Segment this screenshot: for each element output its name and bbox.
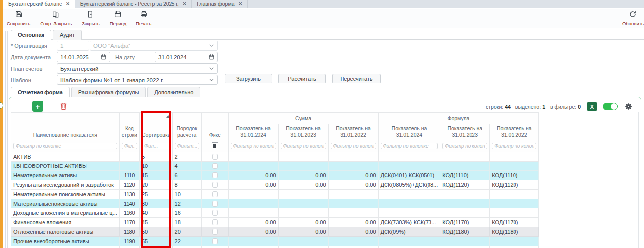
cell-sum-2024[interactable] — [228, 199, 278, 208]
cell-sum-2023[interactable] — [278, 199, 328, 208]
calendar-icon[interactable] — [208, 54, 215, 60]
filter-input[interactable] — [122, 143, 137, 149]
cell-sort[interactable]: 55 — [139, 237, 172, 246]
cell-name[interactable]: Материальныепоисковые активы — [11, 199, 120, 208]
table-row[interactable]: Прочие внеоборотные активы11905522 — [11, 237, 539, 246]
cell-order[interactable]: 20 — [172, 227, 201, 237]
table-row[interactable]: Доходные вложения в материальные ц...116… — [11, 208, 539, 218]
table-row[interactable]: Нематериальные поисковые активы11302510 — [11, 190, 539, 199]
cell-fix[interactable] — [201, 227, 228, 237]
cell-sum-2022[interactable] — [328, 162, 378, 171]
cell-sum-2023[interactable] — [278, 237, 328, 246]
table-row[interactable]: Нематериальные активы11101560.000.000.00… — [11, 171, 539, 180]
cell-formula-2022[interactable]: КОД(1180) — [490, 227, 539, 237]
table-row[interactable]: Финансовые вложения117045180.000.000.00Д… — [11, 218, 539, 227]
cell-formula-2022[interactable]: КОД(1100) — [490, 246, 539, 248]
on-date-input[interactable] — [158, 54, 208, 60]
cell-fix[interactable] — [201, 218, 228, 227]
cell-name[interactable]: Финансовые вложения — [11, 218, 120, 227]
cell-formula-2024[interactable] — [378, 152, 440, 162]
cell-formula-2024[interactable]: ДСК(09%) — [378, 227, 440, 237]
tab-close-icon[interactable]: ✕ — [183, 1, 187, 6]
action-button[interactable]: Рассчитать — [278, 74, 326, 83]
cell-order[interactable]: 2 — [172, 152, 201, 162]
cell-order[interactable]: 22 — [172, 237, 201, 246]
cell-sum-2024[interactable] — [228, 162, 278, 171]
cell-formula-2024[interactable]: ДСК(0805%)+ДСК(08... — [378, 180, 440, 190]
cell-formula-2023[interactable]: КОД(1120) — [440, 180, 490, 190]
cell-sum-2024[interactable]: 0.00 — [228, 227, 278, 237]
cell-sum-2023[interactable]: 0.00 — [278, 227, 328, 237]
cell-order[interactable]: 18 — [172, 218, 201, 227]
cell-sort[interactable]: 45 — [139, 218, 172, 227]
cell-order[interactable]: 16 — [172, 208, 201, 218]
report-tab[interactable]: Расшифровка формулы — [71, 87, 146, 97]
row-fix-checkbox[interactable] — [212, 182, 218, 188]
cell-sum-2022[interactable]: 0.00 — [328, 227, 378, 237]
cell-formula-2023[interactable] — [440, 237, 490, 246]
cell-sum-2022[interactable]: 0.00 — [328, 180, 378, 190]
cell-name[interactable]: Результаты исследований и разработок — [11, 180, 120, 190]
action-button[interactable]: Загрузить — [225, 74, 272, 83]
cell-sum-2023[interactable]: 0.00 — [278, 246, 328, 248]
cell-formula-2022[interactable]: КОД(1110) — [490, 171, 539, 180]
cell-sum-2023[interactable] — [278, 190, 328, 199]
filter-input[interactable] — [331, 143, 376, 149]
cell-formula-2023[interactable] — [440, 152, 490, 162]
filter-input[interactable] — [281, 143, 326, 149]
cell-sum-2022[interactable]: 0.00 — [328, 218, 378, 227]
row-fix-checkbox[interactable] — [212, 172, 218, 178]
cell-sum-2024[interactable]: 0.00 — [228, 218, 278, 227]
cell-code[interactable]: 1160 — [119, 208, 139, 218]
cell-code[interactable]: 1190 — [119, 237, 139, 246]
cell-formula-2024[interactable] — [378, 237, 440, 246]
cell-sum-2024[interactable] — [228, 190, 278, 199]
template-select[interactable]: Шаблон формы №1 от 1 января 2022 г. — [57, 75, 218, 85]
save-button[interactable]: Сохранить — [7, 10, 30, 26]
cell-order[interactable]: 6 — [172, 171, 201, 180]
cell-fix[interactable] — [201, 190, 228, 199]
org-code-field[interactable]: 1 — [57, 41, 89, 51]
cell-name[interactable]: I.ВНЕОБОРОТНЫЕ АКТИВЫ — [11, 162, 120, 171]
cell-order[interactable]: 12 — [172, 199, 201, 208]
cell-sort[interactable]: 40 — [139, 208, 172, 218]
cell-sum-2023[interactable] — [278, 208, 328, 218]
cell-code[interactable]: 1130 — [119, 190, 139, 199]
cell-formula-2024[interactable] — [378, 190, 440, 199]
save-close-button[interactable]: Сохр. Закрыть — [40, 10, 72, 26]
cell-sort[interactable]: 30 — [139, 199, 172, 208]
table-row[interactable]: Материальныепоисковые активы11403012 — [11, 199, 539, 208]
filter-input[interactable] — [142, 143, 171, 149]
on-date-field[interactable] — [155, 52, 218, 62]
collapsed-sidebar-bar[interactable] — [0, 0, 3, 248]
cell-sum-2023[interactable]: 0.00 — [278, 218, 328, 227]
plan-select[interactable]: Бухгалтерский — [57, 63, 218, 74]
table-row[interactable]: Результаты исследований и разработок1120… — [11, 180, 539, 190]
cell-formula-2022[interactable] — [490, 162, 539, 171]
filter-input[interactable] — [492, 143, 536, 149]
cell-sum-2023[interactable]: 0.00 — [278, 171, 328, 180]
settings-button[interactable] — [624, 102, 633, 111]
calendar-icon[interactable] — [100, 54, 107, 60]
cell-sort[interactable]: 50 — [139, 227, 172, 237]
cell-formula-2024[interactable] — [378, 208, 440, 218]
cell-formula-2022[interactable] — [490, 237, 539, 246]
cell-name[interactable]: АКТИВ — [11, 152, 120, 162]
report-tab[interactable]: Отчетная форма — [11, 87, 70, 97]
filter-toggle[interactable] — [603, 103, 618, 110]
sort-asc-icon[interactable] — [166, 115, 170, 118]
cell-formula-2022[interactable] — [490, 152, 539, 162]
table-row[interactable]: Отложенные налоговые активы118050200.000… — [11, 227, 539, 237]
cell-fix[interactable] — [201, 152, 228, 162]
cell-sort[interactable]: 20 — [139, 180, 172, 190]
cell-name[interactable]: Доходные вложения в материальные ц... — [11, 208, 120, 218]
cell-order[interactable]: 8 — [172, 180, 201, 190]
print-button[interactable]: Печать — [136, 10, 151, 26]
cell-formula-2024[interactable]: ДСК(0401)-КСК(0501) — [378, 171, 440, 180]
filter-input[interactable] — [231, 143, 276, 149]
filter-input[interactable] — [175, 143, 199, 149]
cell-sum-2024[interactable]: 0.00 — [228, 246, 278, 248]
cell-fix[interactable] — [201, 208, 228, 218]
cell-sort[interactable]: 15 — [139, 171, 172, 180]
window-tab[interactable]: Бухгалтерский баланс✕ — [3, 0, 75, 8]
